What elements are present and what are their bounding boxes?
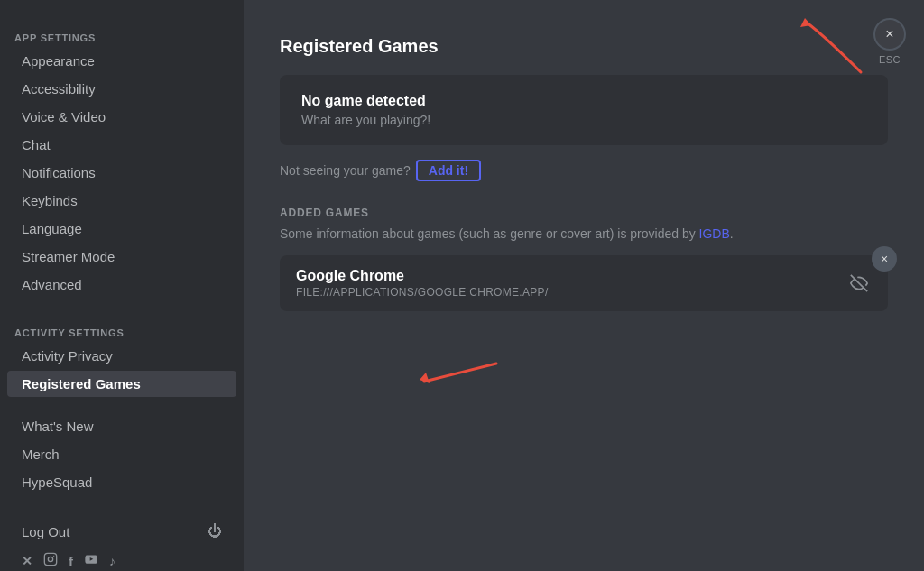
logout-label: Log Out	[22, 524, 69, 539]
sidebar-item-label: Merch	[22, 447, 60, 462]
sidebar-item-label: Keybinds	[22, 193, 78, 208]
sidebar-item-registered-games[interactable]: Registered Games	[7, 371, 236, 397]
game-visibility-toggle[interactable]	[846, 271, 872, 296]
game-name: Google Chrome	[296, 268, 549, 284]
activity-settings-label: ACTIVITY SETTINGS	[0, 320, 244, 342]
svg-rect-0	[44, 553, 56, 565]
igdb-info-text: Some information about games (such as ge…	[280, 226, 888, 241]
sidebar-item-chat[interactable]: Chat	[7, 132, 236, 158]
svg-point-1	[48, 557, 52, 561]
no-game-title: No game detected	[301, 93, 866, 109]
sidebar-item-voice-video[interactable]: Voice & Video	[7, 104, 236, 130]
sidebar-item-whats-new[interactable]: What's New	[7, 413, 236, 439]
game-info: Google Chrome FILE:///APPLICATIONS/GOOGL…	[296, 268, 549, 299]
annotation-arrow-sidebar	[406, 345, 514, 400]
sidebar-item-label: Voice & Video	[22, 109, 106, 124]
sidebar-item-accessibility[interactable]: Accessibility	[7, 76, 236, 102]
sidebar-item-label: Streamer Mode	[22, 249, 115, 264]
no-game-card: No game detected What are you playing?!	[280, 75, 888, 145]
sidebar-item-activity-privacy[interactable]: Activity Privacy	[7, 343, 236, 369]
sidebar-item-label: Registered Games	[22, 376, 141, 391]
game-path: FILE:///APPLICATIONS/GOOGLE CHROME.APP/	[296, 286, 549, 299]
main-content: × ESC Registered Games No game detected …	[244, 0, 924, 571]
add-it-button[interactable]: Add it!	[416, 160, 481, 181]
sidebar-item-label: Advanced	[22, 277, 82, 292]
no-game-subtitle: What are you playing?!	[301, 113, 866, 127]
game-row: × Google Chrome FILE:///APPLICATIONS/GOO…	[280, 255, 888, 311]
sidebar-item-appearance[interactable]: Appearance	[7, 48, 236, 74]
sidebar-item-streamer-mode[interactable]: Streamer Mode	[7, 244, 236, 270]
close-esc-group: × ESC	[873, 18, 906, 65]
added-games-label: ADDED GAMES	[280, 207, 888, 219]
svg-marker-3	[800, 18, 811, 27]
sidebar-item-label: HypeSquad	[22, 474, 92, 490]
eye-slash-icon	[850, 274, 868, 292]
facebook-icon[interactable]: f	[69, 554, 73, 569]
game-remove-button[interactable]: ×	[872, 246, 897, 272]
logout-button[interactable]: Log Out ⏻	[14, 518, 229, 545]
sidebar-item-hypesquad[interactable]: HypeSquad	[7, 469, 236, 495]
sidebar-item-label: Appearance	[22, 53, 95, 69]
sidebar-item-advanced[interactable]: Advanced	[7, 272, 236, 298]
sidebar-item-label: Language	[22, 221, 82, 236]
sidebar-item-label: Activity Privacy	[22, 348, 113, 364]
sidebar-item-merch[interactable]: Merch	[7, 441, 236, 467]
game-actions	[846, 271, 872, 296]
svg-point-2	[53, 556, 54, 557]
twitter-icon[interactable]: ✕	[22, 554, 32, 568]
not-seeing-text: Not seeing your game?	[280, 163, 411, 178]
sidebar-footer: Log Out ⏻ ✕ f ♪ Stable 348981 (ff756ae)	[0, 511, 244, 571]
close-button[interactable]: ×	[873, 18, 906, 51]
instagram-icon[interactable]	[43, 552, 58, 570]
tiktok-icon[interactable]: ♪	[109, 554, 116, 568]
sidebar-item-label: Chat	[22, 137, 51, 152]
youtube-icon[interactable]	[84, 552, 98, 570]
sidebar-item-label: Notifications	[22, 165, 96, 180]
svg-marker-5	[420, 373, 430, 383]
logout-device-icon: ⏻	[208, 523, 222, 539]
not-seeing-row: Not seeing your game? Add it!	[280, 160, 888, 181]
sidebar-item-keybinds[interactable]: Keybinds	[7, 188, 236, 214]
close-icon: ×	[885, 26, 893, 42]
esc-label: ESC	[879, 54, 901, 65]
sidebar-item-label: What's New	[22, 419, 94, 434]
sidebar-item-notifications[interactable]: Notifications	[7, 160, 236, 186]
page-title: Registered Games	[280, 36, 888, 57]
added-games-section: ADDED GAMES Some information about games…	[280, 207, 888, 311]
app-settings-label: APP SETTINGS	[0, 25, 244, 47]
sidebar-item-language[interactable]: Language	[7, 216, 236, 242]
social-icons-row: ✕ f ♪	[14, 545, 229, 571]
sidebar: APP SETTINGS Appearance Accessibility Vo…	[0, 0, 244, 571]
sidebar-item-label: Accessibility	[22, 81, 96, 97]
close-icon: ×	[881, 252, 888, 266]
igdb-link[interactable]: IGDB	[699, 226, 730, 241]
